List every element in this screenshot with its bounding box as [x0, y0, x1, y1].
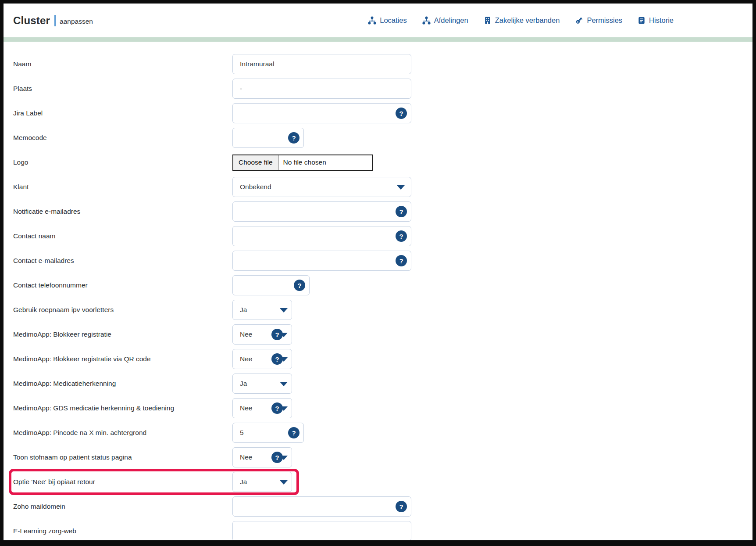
- field-label: E-Learning zorg-web: [13, 527, 232, 535]
- help-icon[interactable]: ?: [396, 206, 407, 217]
- form-row-optie-nee-bij-opiaat-retour: Optie 'Nee' bij opiaat retourJa: [13, 472, 752, 492]
- page-subtitle: aanpassen: [60, 18, 93, 25]
- form-row-medimoapp-blokkeer-registratie-via-qr-code: MedimoApp: Blokkeer registratie via QR c…: [13, 349, 752, 369]
- form-row-gebruik-roepnaam-ipv-voorletters: Gebruik roepnaam ipv voorlettersJa: [13, 300, 752, 320]
- field-label: Contact naam: [13, 232, 232, 240]
- notificatie-e-mailadres-input[interactable]: [232, 201, 411, 222]
- field-control: Nee?: [232, 349, 292, 369]
- contact-naam-input[interactable]: [232, 226, 411, 246]
- nav-link-zakelijke-verbanden[interactable]: Zakelijke verbanden: [483, 16, 560, 25]
- field-control: Choose fileNo file chosen: [232, 154, 373, 171]
- field-control: ?: [232, 251, 411, 271]
- help-icon[interactable]: ?: [294, 280, 305, 291]
- sitemap-icon: [422, 16, 431, 25]
- klant-select[interactable]: Onbekend: [232, 177, 411, 197]
- help-icon[interactable]: ?: [396, 108, 407, 119]
- selected-value: Ja: [240, 478, 247, 486]
- field-control: Nee?: [232, 447, 292, 467]
- form-row-medimoapp-medicatieherkenning: MedimoApp: MedicatieherkenningJa: [13, 374, 752, 394]
- choose-file-button[interactable]: Choose file: [233, 155, 278, 170]
- field-control: Ja: [232, 472, 292, 492]
- zoho-maildomein-input[interactable]: [232, 496, 411, 517]
- field-control: ?: [232, 103, 411, 123]
- field-control: ?: [232, 128, 304, 148]
- screenshot-frame: Cluster aanpassen Locaties Afdelingen Za…: [0, 0, 756, 546]
- title-separator: [54, 15, 56, 26]
- form: NaamPlaatsJira Label?Memocode?LogoChoose…: [4, 42, 752, 541]
- field-label: Optie 'Nee' bij opiaat retour: [13, 478, 232, 486]
- form-row-memocode: Memocode?: [13, 128, 752, 148]
- field-control: ?: [232, 496, 411, 517]
- medimoapp-medicatieherkenning-select[interactable]: Ja: [232, 374, 292, 394]
- naam-input[interactable]: [232, 54, 411, 74]
- medimoapp-blokkeer-registratie-via-qr-code-select[interactable]: Nee?: [232, 349, 292, 369]
- header-nav: Locaties Afdelingen Zakelijke verbanden …: [367, 16, 674, 25]
- chevron-down-icon: [280, 456, 288, 460]
- form-row-contact-telefoonnummer: Contact telefoonnummer?: [13, 275, 752, 295]
- field-label: Naam: [13, 60, 232, 68]
- form-row-jira-label: Jira Label?: [13, 103, 752, 123]
- help-icon[interactable]: ?: [396, 501, 407, 512]
- toon-stofnaam-op-patient-status-pagina-select[interactable]: Nee?: [232, 447, 292, 467]
- field-control: [232, 54, 411, 74]
- field-label: MedimoApp: Pincode na X min. achtergrond: [13, 429, 232, 437]
- selected-value: Nee: [240, 404, 252, 412]
- building-icon: [483, 16, 492, 25]
- medimoapp-gds-medicatie-herkenning-toediening-select[interactable]: Nee?: [232, 398, 292, 418]
- form-row-medimoapp-gds-medicatie-herkenning-toediening: MedimoApp: GDS medicatie herkenning & to…: [13, 398, 752, 418]
- chevron-down-icon: [280, 406, 288, 411]
- field-label: Notificatie e-mailadres: [13, 208, 232, 216]
- help-icon[interactable]: ?: [288, 132, 300, 144]
- field-control: ?: [232, 423, 304, 443]
- nav-link-afdelingen[interactable]: Afdelingen: [422, 16, 468, 25]
- form-row-medimoapp-blokkeer-registratie: MedimoApp: Blokkeer registratieNee?: [13, 324, 752, 345]
- field-label: Jira Label: [13, 109, 232, 117]
- field-control: Nee?: [232, 324, 292, 345]
- field-label: Contact telefoonnummer: [13, 281, 232, 289]
- form-row-contact-e-mailadres: Contact e-mailadres?: [13, 251, 752, 271]
- plaats-input[interactable]: [232, 79, 411, 99]
- form-row-notificatie-e-mailadres: Notificatie e-mailadres?: [13, 201, 752, 222]
- field-label: MedimoApp: Blokkeer registratie: [13, 330, 232, 338]
- field-label: Plaats: [13, 85, 232, 93]
- contact-e-mailadres-input[interactable]: [232, 251, 411, 271]
- optie-nee-bij-opiaat-retour-select[interactable]: Ja: [232, 472, 292, 492]
- header: Cluster aanpassen Locaties Afdelingen Za…: [4, 4, 752, 37]
- nav-link-locaties[interactable]: Locaties: [367, 16, 407, 25]
- logo-file-input[interactable]: Choose fileNo file chosen: [232, 154, 373, 171]
- green-divider-bar: [4, 37, 752, 42]
- selected-value: Ja: [240, 380, 247, 388]
- form-row-naam: Naam: [13, 54, 752, 74]
- selected-value: Onbekend: [240, 183, 271, 191]
- help-icon[interactable]: ?: [396, 255, 407, 266]
- form-rows: NaamPlaatsJira Label?Memocode?LogoChoose…: [13, 54, 752, 541]
- nav-label: Historie: [649, 16, 674, 25]
- nav-link-permissies[interactable]: Permissies: [574, 16, 622, 25]
- chevron-down-icon: [280, 308, 288, 313]
- help-icon[interactable]: ?: [288, 427, 300, 438]
- title-wrap: Cluster aanpassen: [13, 14, 93, 27]
- chevron-down-icon: [397, 185, 405, 190]
- form-row-e-learning-zorg-web: E-Learning zorg-web: [13, 521, 752, 541]
- jira-label-input[interactable]: [232, 103, 411, 123]
- nav-link-historie[interactable]: Historie: [637, 16, 674, 25]
- selected-value: Nee: [240, 453, 252, 461]
- gebruik-roepnaam-ipv-voorletters-select[interactable]: Ja: [232, 300, 292, 320]
- field-label: Memocode: [13, 134, 232, 142]
- form-row-contact-naam: Contact naam?: [13, 226, 752, 246]
- field-label: Gebruik roepnaam ipv voorletters: [13, 306, 232, 314]
- e-learning-zorg-web-input[interactable]: [232, 521, 411, 541]
- form-row-klant: KlantOnbekend: [13, 177, 752, 197]
- chevron-down-icon: [280, 382, 288, 386]
- help-icon[interactable]: ?: [396, 230, 407, 242]
- page-title: Cluster: [13, 14, 50, 27]
- field-label: Klant: [13, 183, 232, 191]
- form-row-plaats: Plaats: [13, 79, 752, 99]
- file-status-text: No file chosen: [278, 158, 326, 166]
- nav-label: Zakelijke verbanden: [495, 16, 560, 25]
- sitemap-icon: [367, 16, 377, 25]
- medimoapp-blokkeer-registratie-select[interactable]: Nee?: [232, 324, 292, 345]
- field-label: MedimoApp: GDS medicatie herkenning & to…: [13, 404, 232, 412]
- form-row-zoho-maildomein: Zoho maildomein?: [13, 496, 752, 517]
- field-control: Ja: [232, 374, 292, 394]
